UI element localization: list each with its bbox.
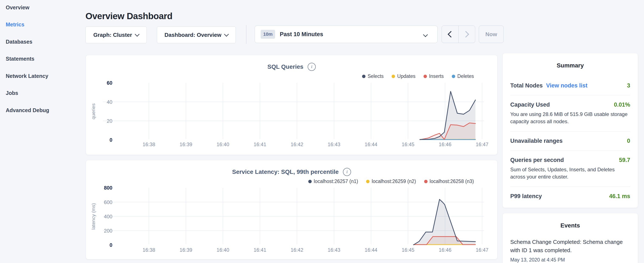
service-latency-plot[interactable]: 16:3816:3916:4016:4116:4216:4316:4416:45…: [86, 160, 497, 259]
summary-value: 0: [627, 138, 630, 144]
time-range-dropdown[interactable]: 10m Past 10 Minutes: [255, 26, 438, 43]
x-tick-label: 16:42: [291, 141, 304, 147]
x-tick-label: 16:43: [328, 141, 340, 147]
x-tick-label: 16:45: [402, 247, 414, 253]
summary-row-total-nodes: Total Nodes View nodes list 3: [510, 76, 630, 95]
x-tick-label: 16:42: [291, 247, 304, 253]
x-tick-label: 16:40: [217, 247, 230, 253]
sidebar-item-advanced-debug[interactable]: Advanced Debug: [6, 103, 78, 118]
sidebar-nav: Overview Metrics Databases Statements Ne…: [6, 0, 78, 120]
summary-rows: Total Nodes View nodes list 3 Capacity U…: [510, 76, 630, 206]
service-latency-chart-card: Service Latency: SQL, 99th percentile i …: [86, 160, 498, 259]
x-tick-label: 16:39: [180, 247, 192, 253]
x-tick-label: 16:38: [142, 141, 155, 147]
now-button[interactable]: Now: [479, 26, 504, 43]
x-tick-label: 16:47: [476, 141, 488, 147]
summary-value: 0.01%: [614, 102, 630, 108]
events-title: Events: [502, 213, 638, 229]
sql-queries-chart-card: SQL Queries i SelectsUpdatesInsertsDelet…: [86, 55, 498, 155]
summary-label: Unavailable ranges: [510, 138, 562, 144]
event-list-item[interactable]: Schema Change Completed: Schema change w…: [510, 238, 630, 263]
step-forward-button[interactable]: [458, 26, 475, 43]
x-tick-label: 16:47: [476, 247, 488, 253]
graph-dropdown-label: Graph: Cluster: [93, 32, 132, 38]
y-tick-label: 800: [104, 185, 112, 191]
x-tick-label: 16:40: [217, 141, 230, 147]
overview-dashboard-page: { "sidebar": { "items": [ {"label": "Ove…: [0, 0, 644, 263]
summary-title: Summary: [502, 53, 638, 69]
x-tick-label: 16:44: [365, 247, 378, 253]
x-tick-label: 16:41: [254, 141, 266, 147]
time-step-buttons: [442, 26, 475, 43]
dashboard-dropdown-label: Dashboard: Overview: [164, 32, 221, 38]
summary-value: 3: [627, 82, 630, 89]
events-panel: Events Schema Change Completed: Schema c…: [502, 213, 638, 263]
step-back-button[interactable]: [442, 26, 458, 43]
summary-label: P99 latency: [510, 193, 542, 200]
y-tick-label: 60: [107, 80, 112, 86]
summary-note: You are using 28.6 MiB of 515.9 GiB usab…: [510, 111, 630, 125]
chevron-right-icon: [463, 31, 469, 38]
x-tick-label: 16:44: [365, 141, 378, 147]
chevron-down-icon: [224, 32, 229, 37]
event-text: Schema Change Completed: Schema change w…: [510, 238, 630, 254]
series-area: [414, 199, 476, 245]
y-axis-label: queries: [90, 103, 96, 119]
y-tick-label: 400: [104, 214, 112, 219]
sidebar-item-statements[interactable]: Statements: [6, 52, 78, 66]
summary-label: Total Nodes: [510, 82, 543, 89]
controls-divider: [246, 25, 246, 44]
sidebar-item-metrics[interactable]: Metrics: [6, 17, 78, 32]
y-tick-label: 20: [107, 118, 112, 124]
y-axis-label: latency (ms): [90, 203, 96, 230]
summary-label: Queries per second: [510, 157, 564, 163]
time-range-badge: 10m: [261, 30, 275, 39]
x-tick-label: 16:41: [254, 247, 266, 253]
y-tick-label: 40: [107, 99, 112, 105]
summary-panel: Summary Total Nodes View nodes list 3 Ca…: [502, 53, 638, 208]
summary-row-p99-latency: P99 latency 46.1 ms: [510, 187, 630, 206]
x-tick-label: 16:46: [438, 141, 451, 147]
sidebar-item-databases[interactable]: Databases: [6, 34, 78, 49]
view-nodes-list-link[interactable]: View nodes list: [546, 82, 588, 89]
summary-note: Sum of Selects, Updates, Inserts, and De…: [510, 166, 630, 180]
graph-dropdown[interactable]: Graph: Cluster: [86, 27, 147, 43]
series-area: [420, 92, 476, 140]
x-tick-label: 16:45: [402, 141, 414, 147]
summary-value: 59.7: [619, 157, 630, 163]
y-tick-label: 600: [104, 199, 112, 205]
sidebar-item-overview[interactable]: Overview: [6, 0, 78, 15]
page-title: Overview Dashboard: [86, 11, 172, 21]
x-tick-label: 16:39: [180, 141, 192, 147]
sidebar-item-jobs[interactable]: Jobs: [6, 86, 78, 101]
chevron-down-icon: [135, 32, 140, 37]
summary-row-unavailable-ranges: Unavailable ranges 0: [510, 132, 630, 151]
y-tick-label: 0: [110, 242, 112, 248]
y-tick-label: 200: [104, 228, 112, 234]
summary-label: Capacity Used: [510, 102, 550, 108]
x-tick-label: 16:46: [438, 247, 451, 253]
summary-row-queries-per-second: Queries per second 59.7 Sum of Selects, …: [510, 151, 630, 187]
time-range-label: Past 10 Minutes: [280, 31, 323, 38]
chevron-down-icon: [423, 32, 428, 37]
summary-value: 46.1 ms: [609, 193, 630, 200]
chevron-left-icon: [448, 31, 454, 38]
x-tick-label: 16:43: [328, 247, 340, 253]
x-tick-label: 16:38: [142, 247, 155, 253]
event-timestamp: May 13, 2020 at 4:45 PM: [510, 257, 630, 263]
summary-row-capacity-used: Capacity Used 0.01% You are using 28.6 M…: [510, 95, 630, 132]
sidebar-item-network-latency[interactable]: Network Latency: [6, 69, 78, 83]
dashboard-dropdown[interactable]: Dashboard: Overview: [157, 27, 236, 43]
sql-queries-plot[interactable]: 16:3816:3916:4016:4116:4216:4316:4416:45…: [86, 55, 497, 155]
y-tick-label: 0: [110, 137, 112, 143]
